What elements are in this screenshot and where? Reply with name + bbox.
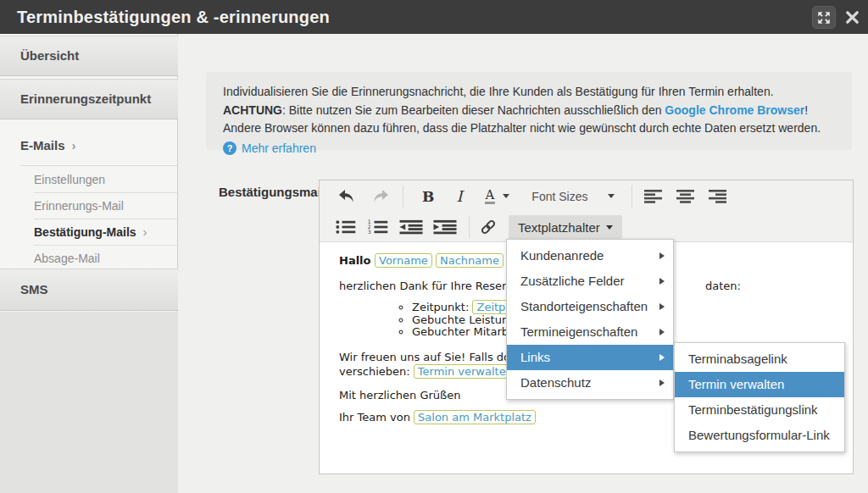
close-button[interactable] [841,7,863,28]
sidebar-item-label: Erinnerungszeitpunkt [0,80,178,119]
sidebar-filler [0,312,178,493]
placeholder-token-nachname[interactable]: Nachname [436,253,504,268]
placeholder-token-termin-verwalten[interactable]: Termin verwalten [414,364,517,379]
sidebar-item-emails[interactable]: E-Mails› [0,129,178,163]
chrome-browser-link[interactable]: Google Chrome Browser [665,103,804,117]
caret-down-icon[interactable] [503,194,509,198]
placeholder-token-vorname[interactable]: Vorname [375,253,432,268]
submenu-item-termin-verwalten[interactable]: Termin verwalten [675,372,844,397]
window-header: Terminbestätigungen & -erinnerungen [0,0,868,34]
fullscreen-icon [816,10,832,25]
menu-item-standorteigenschaften[interactable]: Standorteigenschaften [507,294,673,319]
sidebar-item-bestaetigung-mails[interactable]: Bestätigung-Mails› [0,219,178,245]
redo-icon[interactable] [370,188,391,204]
sidebar-item-erinnerungszeitpunkt[interactable]: Erinnerungszeitpunkt [0,79,178,119]
undo-icon[interactable] [337,188,357,204]
menu-item-links[interactable]: Links [507,345,673,370]
sidebar-item-absage-mail[interactable]: Absage-Mail [0,246,178,271]
submenu-arrow-icon [659,379,665,386]
textplatzhalter-button[interactable]: Textplatzhalter [509,215,622,240]
info-line-3: Andere Browser können dazu führen, dass … [223,119,835,138]
sidebar-item-label: Bestätigung-Mails [34,225,136,239]
submenu-arrow-icon [659,252,665,259]
links-submenu: Terminabsagelink Termin verwalten Termin… [674,342,845,452]
caret-down-icon[interactable] [608,194,615,198]
toolbar-divider [403,186,403,208]
align-right-icon[interactable] [709,189,726,203]
numbered-list-icon[interactable]: 123 [367,219,389,235]
submenu-item-terminabsagelink[interactable]: Terminabsagelink [675,346,844,372]
help-icon: ? [223,141,236,155]
divider [20,165,177,166]
info-line-2: ACHTUNG: Bitte nutzen Sie zum Bearbeiten… [223,102,835,120]
sidebar-item-einstellungen[interactable]: Einstellungen [0,167,178,192]
menu-item-datenschutz[interactable]: Datenschutz [507,370,673,396]
close-icon [845,10,860,25]
menu-item-kundenanrede[interactable]: Kundenanrede [507,243,673,269]
submenu-item-terminbestaetigungslink[interactable]: Terminbestätigungslink [675,397,844,423]
font-sizes-select[interactable]: Font Sizes [531,190,587,203]
submenu-arrow-icon [659,354,665,361]
text-color-button[interactable]: A [485,189,496,204]
editor-field-label: Bestätigungsmail [219,185,325,199]
sidebar-item-label: Absage-Mail [34,252,100,265]
learn-more-link[interactable]: Mehr erfahren [242,140,316,158]
page-title: Terminbestätigungen & -erinnerungen [17,0,330,34]
sidebar-item-label: Einstellungen [34,173,105,186]
achtung-label: ACHTUNG [223,103,282,117]
submenu-item-bewertungsformular-link[interactable]: Bewertungsformular-Link [675,423,844,448]
toolbar-divider [469,216,470,238]
sidebar-item-label: Übersicht [0,36,178,75]
align-center-icon[interactable] [676,189,694,203]
sidebar: Übersicht Erinnerungszeitpunkt E-Mails› … [0,34,178,493]
bold-button[interactable]: B [422,188,434,205]
align-left-icon[interactable] [644,189,662,203]
info-line-1: Individualisieren Sie die Erinnerungsnac… [223,83,835,102]
chevron-right-icon: › [72,138,76,152]
fullscreen-button[interactable] [812,6,836,29]
menu-item-termineigenschaften[interactable]: Termineigenschaften [507,319,673,345]
thanks-line-fragment: daten: [705,279,741,293]
info-box: Individualisieren Sie die Erinnerungsnac… [206,72,852,150]
link-icon[interactable] [478,218,498,236]
outdent-icon[interactable] [399,219,423,235]
sidebar-item-sms[interactable]: SMS [0,269,178,311]
textplatzhalter-menu: Kundenanrede Zusätzliche Felder Standort… [506,239,674,400]
menu-item-zusaetzliche-felder[interactable]: Zusätzliche Felder [507,269,673,294]
sidebar-item-label: E-Mails [20,138,65,152]
caret-down-icon [606,225,613,230]
editor-toolbar: B I A Font Sizes 123 [320,180,853,242]
submenu-arrow-icon [659,303,665,310]
sidebar-item-uebersicht[interactable]: Übersicht [0,36,178,76]
submenu-arrow-icon [659,278,665,285]
chevron-right-icon: › [143,224,147,239]
sidebar-item-label: SMS [0,269,178,310]
italic-button[interactable]: I [456,187,462,205]
submenu-arrow-icon [659,329,665,335]
svg-text:3: 3 [368,229,371,235]
sidebar-item-label: Erinnerungs-Mail [34,199,124,213]
sidebar-item-erinnerungs-mail[interactable]: Erinnerungs-Mail [0,193,178,219]
placeholder-token-salon[interactable]: Salon am Marktplatz [414,410,536,424]
bullet-list-icon[interactable] [335,219,357,235]
toolbar-divider [632,186,632,208]
indent-icon[interactable] [433,219,457,235]
